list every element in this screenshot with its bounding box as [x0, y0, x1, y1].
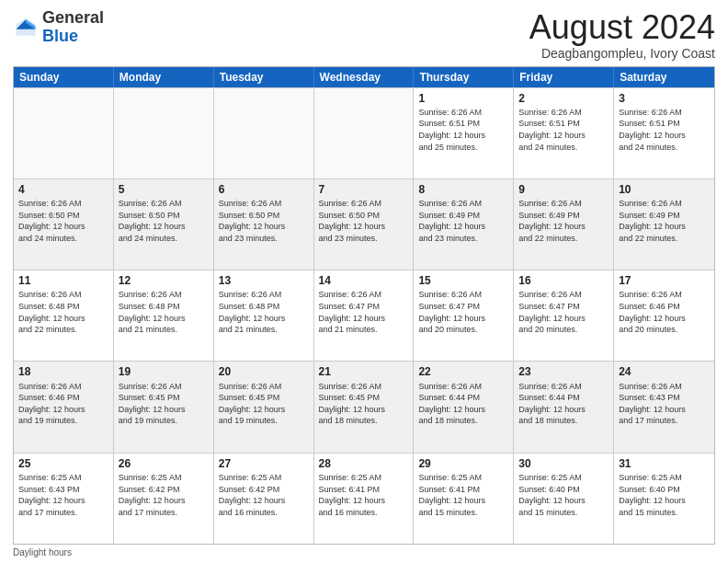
day-number: 30	[518, 456, 609, 471]
day-number: 6	[219, 182, 309, 197]
day-of-week-header: Thursday	[414, 67, 514, 87]
calendar-week: 11Sunrise: 6:26 AM Sunset: 6:48 PM Dayli…	[14, 270, 714, 361]
logo: General Blue	[13, 9, 104, 46]
calendar-cell: 19Sunrise: 6:26 AM Sunset: 6:45 PM Dayli…	[114, 362, 214, 452]
cell-info: Sunrise: 6:26 AM Sunset: 6:43 PM Dayligh…	[619, 381, 710, 427]
cell-info: Sunrise: 6:25 AM Sunset: 6:41 PM Dayligh…	[319, 472, 409, 518]
day-number: 1	[418, 91, 508, 106]
day-number: 4	[18, 182, 108, 197]
calendar-cell: 30Sunrise: 6:25 AM Sunset: 6:40 PM Dayli…	[514, 454, 614, 544]
day-number: 7	[319, 182, 409, 197]
cell-info: Sunrise: 6:26 AM Sunset: 6:44 PM Dayligh…	[418, 381, 508, 427]
calendar-cell: 31Sunrise: 6:25 AM Sunset: 6:40 PM Dayli…	[614, 454, 714, 544]
calendar-body: 1Sunrise: 6:26 AM Sunset: 6:51 PM Daylig…	[14, 87, 714, 544]
day-number: 18	[18, 364, 108, 379]
day-number: 28	[319, 456, 409, 471]
day-of-week-header: Sunday	[14, 67, 114, 87]
cell-info: Sunrise: 6:26 AM Sunset: 6:51 PM Dayligh…	[518, 107, 609, 153]
day-number: 25	[18, 456, 108, 471]
day-number: 10	[619, 182, 710, 197]
calendar-cell	[114, 88, 214, 178]
cell-info: Sunrise: 6:25 AM Sunset: 6:40 PM Dayligh…	[619, 472, 710, 518]
title-block: August 2024 Deagbangompleu, Ivory Coast	[529, 9, 715, 61]
calendar-cell: 13Sunrise: 6:26 AM Sunset: 6:48 PM Dayli…	[214, 270, 314, 361]
day-number: 2	[518, 91, 609, 106]
day-number: 12	[119, 273, 209, 288]
logo-general: General	[42, 8, 104, 27]
day-number: 11	[18, 273, 108, 288]
footer: Daylight hours	[13, 545, 715, 557]
day-number: 26	[119, 456, 209, 471]
daylight-hours-label: Daylight hours	[13, 547, 72, 557]
day-number: 20	[219, 364, 309, 379]
cell-info: Sunrise: 6:26 AM Sunset: 6:49 PM Dayligh…	[619, 198, 710, 244]
cell-info: Sunrise: 6:25 AM Sunset: 6:41 PM Dayligh…	[418, 472, 508, 518]
day-number: 29	[418, 456, 508, 471]
day-of-week-header: Saturday	[614, 67, 714, 87]
calendar-cell: 26Sunrise: 6:25 AM Sunset: 6:42 PM Dayli…	[114, 454, 214, 544]
day-number: 15	[418, 273, 508, 288]
cell-info: Sunrise: 6:26 AM Sunset: 6:50 PM Dayligh…	[119, 198, 209, 244]
cell-info: Sunrise: 6:26 AM Sunset: 6:45 PM Dayligh…	[219, 381, 309, 427]
calendar-week: 18Sunrise: 6:26 AM Sunset: 6:46 PM Dayli…	[14, 361, 714, 452]
cell-info: Sunrise: 6:26 AM Sunset: 6:46 PM Dayligh…	[18, 381, 108, 427]
cell-info: Sunrise: 6:26 AM Sunset: 6:50 PM Dayligh…	[319, 198, 409, 244]
cell-info: Sunrise: 6:26 AM Sunset: 6:48 PM Dayligh…	[219, 289, 309, 335]
cell-info: Sunrise: 6:26 AM Sunset: 6:50 PM Dayligh…	[219, 198, 309, 244]
calendar-cell: 20Sunrise: 6:26 AM Sunset: 6:45 PM Dayli…	[214, 362, 314, 452]
day-number: 8	[418, 182, 508, 197]
day-number: 13	[219, 273, 309, 288]
calendar-cell: 5Sunrise: 6:26 AM Sunset: 6:50 PM Daylig…	[114, 179, 214, 270]
calendar-cell: 21Sunrise: 6:26 AM Sunset: 6:45 PM Dayli…	[314, 362, 415, 452]
calendar-cell: 7Sunrise: 6:26 AM Sunset: 6:50 PM Daylig…	[314, 179, 415, 270]
cell-info: Sunrise: 6:26 AM Sunset: 6:48 PM Dayligh…	[18, 289, 108, 335]
calendar-cell: 22Sunrise: 6:26 AM Sunset: 6:44 PM Dayli…	[414, 362, 514, 452]
calendar-cell: 1Sunrise: 6:26 AM Sunset: 6:51 PM Daylig…	[414, 88, 514, 178]
day-number: 3	[619, 91, 710, 106]
calendar-cell	[214, 88, 314, 178]
calendar-cell: 2Sunrise: 6:26 AM Sunset: 6:51 PM Daylig…	[514, 88, 614, 178]
day-number: 27	[219, 456, 309, 471]
day-of-week-header: Wednesday	[314, 67, 415, 87]
day-number: 14	[319, 273, 409, 288]
calendar-cell: 28Sunrise: 6:25 AM Sunset: 6:41 PM Dayli…	[314, 454, 415, 544]
calendar-week: 25Sunrise: 6:25 AM Sunset: 6:43 PM Dayli…	[14, 453, 714, 544]
day-number: 16	[518, 273, 609, 288]
cell-info: Sunrise: 6:25 AM Sunset: 6:42 PM Dayligh…	[219, 472, 309, 518]
cell-info: Sunrise: 6:26 AM Sunset: 6:47 PM Dayligh…	[518, 289, 609, 335]
cell-info: Sunrise: 6:26 AM Sunset: 6:45 PM Dayligh…	[319, 381, 409, 427]
calendar-cell: 25Sunrise: 6:25 AM Sunset: 6:43 PM Dayli…	[14, 454, 114, 544]
location-subtitle: Deagbangompleu, Ivory Coast	[529, 46, 715, 61]
calendar-header: SundayMondayTuesdayWednesdayThursdayFrid…	[14, 67, 714, 87]
calendar-cell	[14, 88, 114, 178]
calendar-cell: 11Sunrise: 6:26 AM Sunset: 6:48 PM Dayli…	[14, 270, 114, 361]
day-of-week-header: Tuesday	[214, 67, 314, 87]
cell-info: Sunrise: 6:26 AM Sunset: 6:46 PM Dayligh…	[619, 289, 710, 335]
calendar-cell: 15Sunrise: 6:26 AM Sunset: 6:47 PM Dayli…	[414, 270, 514, 361]
calendar-cell: 23Sunrise: 6:26 AM Sunset: 6:44 PM Dayli…	[514, 362, 614, 452]
cell-info: Sunrise: 6:26 AM Sunset: 6:47 PM Dayligh…	[418, 289, 508, 335]
page: General Blue August 2024 Deagbangompleu,…	[0, 0, 728, 563]
cell-info: Sunrise: 6:25 AM Sunset: 6:40 PM Dayligh…	[518, 472, 609, 518]
calendar-cell: 17Sunrise: 6:26 AM Sunset: 6:46 PM Dayli…	[614, 270, 714, 361]
calendar-cell: 6Sunrise: 6:26 AM Sunset: 6:50 PM Daylig…	[214, 179, 314, 270]
cell-info: Sunrise: 6:26 AM Sunset: 6:51 PM Dayligh…	[418, 107, 508, 153]
day-of-week-header: Friday	[514, 67, 614, 87]
calendar-cell: 4Sunrise: 6:26 AM Sunset: 6:50 PM Daylig…	[14, 179, 114, 270]
day-number: 9	[518, 182, 609, 197]
cell-info: Sunrise: 6:26 AM Sunset: 6:51 PM Dayligh…	[619, 107, 710, 153]
calendar-week: 4Sunrise: 6:26 AM Sunset: 6:50 PM Daylig…	[14, 178, 714, 270]
logo-text: General Blue	[42, 9, 104, 46]
calendar-cell: 12Sunrise: 6:26 AM Sunset: 6:48 PM Dayli…	[114, 270, 214, 361]
calendar: SundayMondayTuesdayWednesdayThursdayFrid…	[13, 66, 715, 545]
day-number: 19	[119, 364, 209, 379]
calendar-week: 1Sunrise: 6:26 AM Sunset: 6:51 PM Daylig…	[14, 87, 714, 178]
calendar-cell: 27Sunrise: 6:25 AM Sunset: 6:42 PM Dayli…	[214, 454, 314, 544]
cell-info: Sunrise: 6:25 AM Sunset: 6:43 PM Dayligh…	[18, 472, 108, 518]
day-number: 23	[518, 364, 609, 379]
month-year-title: August 2024	[529, 9, 715, 46]
calendar-cell: 16Sunrise: 6:26 AM Sunset: 6:47 PM Dayli…	[514, 270, 614, 361]
cell-info: Sunrise: 6:25 AM Sunset: 6:42 PM Dayligh…	[119, 472, 209, 518]
calendar-cell: 8Sunrise: 6:26 AM Sunset: 6:49 PM Daylig…	[414, 179, 514, 270]
calendar-cell: 14Sunrise: 6:26 AM Sunset: 6:47 PM Dayli…	[314, 270, 415, 361]
